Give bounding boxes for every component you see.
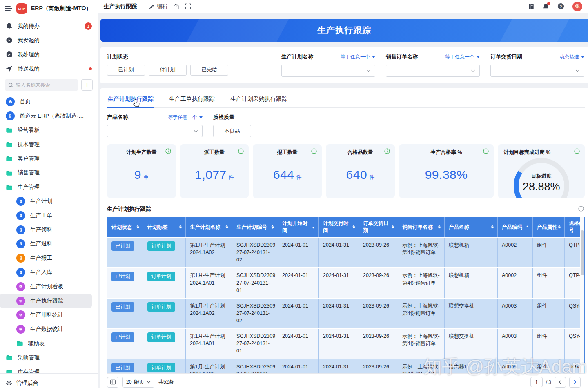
column-header[interactable]: 生产计划名称 <box>186 217 232 237</box>
sidebar-item[interactable]: 采购管理 <box>0 350 92 365</box>
column-header[interactable]: 计划状态 <box>107 217 143 237</box>
sidebar-item[interactable]: 辅助表 <box>0 337 92 351</box>
page-number-input[interactable] <box>530 377 543 387</box>
plan-name-select[interactable] <box>281 65 375 77</box>
table-title: 生产计划执行跟踪 <box>107 205 151 213</box>
sidebar-item[interactable]: 库存管理 <box>0 365 92 373</box>
cell-status: 已计划 <box>107 359 143 374</box>
info-icon[interactable] <box>311 148 317 155</box>
cell-due-date: 2024-01-31 <box>319 359 359 374</box>
stat-card: 生产合格率 %99.38% <box>399 144 494 198</box>
add-app-button[interactable]: + <box>81 79 93 91</box>
quick-item-bell[interactable]: 我的待办1 <box>0 19 98 33</box>
order-name-select[interactable] <box>386 65 480 77</box>
status-option-button[interactable]: 已完结 <box>190 65 228 76</box>
edit-button[interactable]: 编辑 <box>149 3 167 10</box>
delivery-date-select[interactable] <box>490 65 584 77</box>
sidebar-item-label: 生产执行跟踪 <box>30 297 63 305</box>
cell-product-attr: 组件 <box>533 268 565 297</box>
fullscreen-button[interactable] <box>185 3 191 9</box>
page-count: / 3 <box>546 379 551 385</box>
sidebar-item[interactable]: 生产计划看板 <box>0 279 92 294</box>
search-input[interactable] <box>16 82 65 88</box>
sidebar-item[interactable]: 经营看板 <box>0 123 92 138</box>
info-icon[interactable] <box>384 148 390 155</box>
sidebar-footer[interactable]: 管理后台 <box>0 373 98 388</box>
export-button[interactable] <box>173 3 179 9</box>
sidebar-item[interactable]: 生产计划 <box>0 194 92 209</box>
sidebar-item[interactable]: 生产管理 <box>0 180 92 194</box>
table-scrollbar[interactable] <box>580 217 584 373</box>
page-size-select[interactable]: 20 条/页 <box>122 377 154 388</box>
table-row[interactable]: 已计划订单计划第1月-生产计划 2024.1A01SCJHXSDD2309 27… <box>107 328 585 358</box>
quick-item-play[interactable]: 我发起的 <box>0 33 98 47</box>
user-avatar[interactable]: 张 <box>572 2 582 11</box>
product-filter-row: 产品名称 等于任意一个 质检质量 不良品 <box>107 108 585 137</box>
column-settings-button[interactable] <box>107 377 118 388</box>
qc-defective-button[interactable]: 不良品 <box>213 125 251 137</box>
sidebar-item[interactable]: 首页 <box>0 95 92 109</box>
tab-plan-tracking[interactable]: 生产计划执行跟踪 <box>107 93 154 107</box>
chevron-down-icon <box>194 130 198 133</box>
sidebar-item-label: 生产管理 <box>18 183 40 191</box>
sidebar-item[interactable]: 简道云 ERP（离散制造-MTO）… <box>0 109 92 123</box>
notifications-button[interactable] <box>543 3 549 10</box>
column-header[interactable]: 销售订单名称 <box>398 217 445 237</box>
folder-icon <box>6 170 13 176</box>
tab-purchase-tracking[interactable]: 生产计划采购执行跟踪 <box>229 93 288 107</box>
column-header[interactable]: 生产计划编号 <box>232 217 278 237</box>
next-page-button[interactable] <box>569 377 581 388</box>
column-header[interactable]: 计划标签 <box>143 217 186 237</box>
sidebar-item[interactable]: 生产用料统计 <box>0 308 92 322</box>
sidebar-item[interactable]: 生产领料 <box>0 223 92 237</box>
quick-item-task[interactable]: 我处理的 <box>0 47 98 62</box>
column-header[interactable]: 产品属性 <box>533 217 565 237</box>
cell-delivery-date: 2023-09-26 <box>359 329 398 358</box>
table-row[interactable]: 已计划订单计划第1月-生产计划 2024.1A02SCJHXSDD2309 27… <box>107 298 585 328</box>
product-name-operator[interactable]: 等于任意一个 <box>168 114 203 121</box>
sort-icon <box>490 225 494 230</box>
help-icon: ? <box>557 3 564 10</box>
sidebar-item[interactable]: 生产工单 <box>0 208 92 223</box>
plan-tag-badge: 订单计划 <box>147 332 175 342</box>
help-button[interactable]: ? <box>557 3 564 10</box>
product-name-select[interactable] <box>107 125 203 137</box>
table-row[interactable]: 已计划订单计划第1月-生产计划 2024.1A02SCJHXSDD2309 27… <box>107 237 585 267</box>
sidebar-item[interactable]: 技术管理 <box>0 137 92 152</box>
contacts-button[interactable] <box>528 3 535 10</box>
info-icon[interactable] <box>165 148 171 155</box>
sidebar-item[interactable]: 销售管理 <box>0 166 92 180</box>
prev-page-button[interactable] <box>555 377 566 388</box>
sidebar-search[interactable] <box>5 79 78 91</box>
status-option-button[interactable]: 待计划 <box>149 65 187 76</box>
info-icon[interactable] <box>483 148 489 155</box>
hamburger-menu-icon[interactable] <box>5 6 12 11</box>
column-header[interactable]: 产品编码 <box>498 217 533 237</box>
sidebar-item[interactable]: 生产入库 <box>0 265 92 280</box>
cell-delivery-date: 2023-09-26 <box>359 238 398 267</box>
delivery-date-operator[interactable]: 动态筛选 <box>559 54 584 60</box>
cell-product-code: A0002 <box>498 268 533 297</box>
column-label: 生产计划编号 <box>236 224 267 231</box>
table-info-icon[interactable] <box>578 206 584 213</box>
table-row[interactable]: 已计划订单计划第1月-生产计划 2024.1A01SCJHXSDD2309 27… <box>107 267 585 297</box>
column-header[interactable]: 产品名称 <box>445 217 498 237</box>
column-header[interactable]: 计划开始时间 <box>278 217 319 237</box>
tab-workorder-tracking[interactable]: 生产工单执行跟踪 <box>168 93 216 107</box>
column-header[interactable]: 计划交付时间 <box>319 217 359 237</box>
sidebar-item[interactable]: 生产数据统计 <box>0 322 92 337</box>
info-icon[interactable] <box>238 148 244 155</box>
column-header[interactable]: 订单交货日期 <box>359 217 398 237</box>
sidebar-item[interactable]: 客户管理 <box>0 152 92 166</box>
sidebar-item[interactable]: 生产执行跟踪 <box>0 294 92 308</box>
sidebar-item[interactable]: 生产报工 <box>0 251 92 265</box>
quick-item-send[interactable]: 抄送我的 <box>0 62 98 76</box>
cell-plan-name: 第1月-生产计划 2024.1A02 <box>186 359 232 374</box>
table-row[interactable]: 已计划订单计划第1月-生产计划 2024.1A02SCJHXSDD2309 27… <box>107 359 585 374</box>
sidebar-item[interactable]: 生产退料 <box>0 237 92 251</box>
status-option-button[interactable]: 已计划 <box>107 65 145 76</box>
plan-name-operator[interactable]: 等于任意一个 <box>341 54 375 60</box>
cell-delivery-date: 2023-09-26 <box>359 268 398 297</box>
order-name-operator[interactable]: 等于任意一个 <box>445 54 480 60</box>
scrollbar-thumb[interactable] <box>581 230 584 275</box>
